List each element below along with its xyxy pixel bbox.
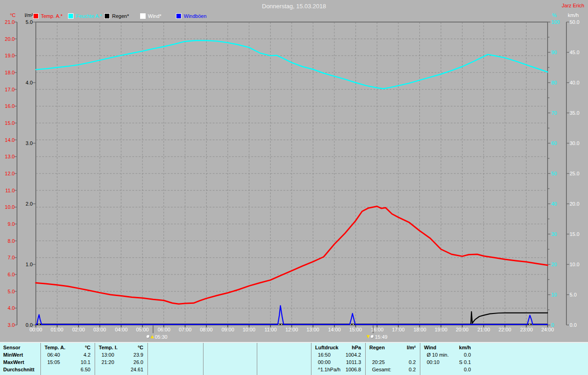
time-tick-label: 08:00 xyxy=(195,327,218,332)
table-cell-value: 0.0 xyxy=(464,352,471,358)
table-cell-time: ^1.1hPa/h xyxy=(318,367,340,372)
row-label-minwert: MinWert xyxy=(3,352,23,358)
time-tick-label: 17:00 xyxy=(387,327,410,332)
humidity-tick-label: 50 xyxy=(551,171,565,176)
time-tick-label: 13:00 xyxy=(301,327,324,332)
time-tick-label: 22:00 xyxy=(493,327,516,332)
time-tick-label: 21:00 xyxy=(472,327,495,332)
humidity-tick-label: 10 xyxy=(551,292,565,297)
section-title: Wind xyxy=(424,345,436,350)
row-label-maxwert: MaxWert xyxy=(3,359,24,365)
time-tick-label: 07:00 xyxy=(174,327,197,332)
section-unit: °C xyxy=(85,345,90,350)
moonrise-arrow-icon: ▲ xyxy=(151,335,154,339)
temp-tick-label: 13.0 xyxy=(0,154,15,159)
table-cell-time: 21:20 xyxy=(102,359,114,365)
humidity-tick-label: 80 xyxy=(551,80,565,85)
temp-tick-label: 10.0 xyxy=(0,204,15,210)
time-tick-label: 16:00 xyxy=(366,327,389,332)
wind-tick-label: 30.0 xyxy=(570,140,587,146)
row-label-sensor: Sensor xyxy=(3,345,20,350)
moonset-arrow-icon: ▼ xyxy=(367,335,370,339)
table-cell-time: 20:25 xyxy=(372,359,385,365)
temp-tick-label: 9.0 xyxy=(0,221,15,227)
time-tick-label: 10:00 xyxy=(237,327,260,332)
moonset-time: 15:49 xyxy=(375,334,388,340)
time-tick-label: 12:00 xyxy=(280,327,303,332)
table-cell-value: 1004.2 xyxy=(345,352,361,358)
section-unit: hPa xyxy=(352,345,361,350)
moon-icon xyxy=(147,335,150,338)
table-section-regen: Regenl/m²20:250.2Gesamt:0.2 xyxy=(365,343,420,375)
section-title: Temp. I. xyxy=(99,345,118,350)
temp-tick-label: 16.0 xyxy=(0,103,15,109)
table-cell-time: Gesamt: xyxy=(372,367,391,372)
temp-tick-label: 3.0 xyxy=(0,322,15,328)
table-cell-time: 16:50 xyxy=(318,352,331,358)
table-section-empty xyxy=(203,343,257,375)
temp-tick-label: 7.0 xyxy=(0,255,15,260)
temp-tick-label: 8.0 xyxy=(0,238,15,244)
moonrise-marker: ▲ 05:30 xyxy=(147,333,167,340)
table-cell-value: S 0.1 xyxy=(459,359,471,365)
temp-tick-label: 6.0 xyxy=(0,272,15,277)
humidity-tick-label: 30 xyxy=(551,231,565,237)
table-section-temp-i-: Temp. I.°C13:0023.921:2026.024.61 xyxy=(95,343,148,375)
humidity-tick-label: 20 xyxy=(551,262,565,267)
temp-tick-label: 15.0 xyxy=(0,120,15,126)
table-section-empty xyxy=(257,343,311,375)
temp-tick-label: 17.0 xyxy=(0,87,15,92)
table-cell-time: 15:05 xyxy=(47,359,60,365)
section-unit: km/h xyxy=(459,345,471,350)
time-tick-label: 01:00 xyxy=(45,327,68,332)
section-unit: l/m² xyxy=(407,345,416,350)
wind-tick-label: 40.0 xyxy=(570,80,587,85)
time-tick-label: 06:00 xyxy=(153,327,175,332)
rain-tick-label: 2.0 xyxy=(19,201,33,207)
time-tick-label: 24:00 xyxy=(536,327,559,332)
time-tick-label: 02:00 xyxy=(67,327,90,332)
time-tick-label: 14:00 xyxy=(323,327,346,332)
row-label-durchschnitt: Durchschnitt xyxy=(3,367,34,372)
wind-tick-label: 25.0 xyxy=(570,171,587,176)
temp-tick-label: 19.0 xyxy=(0,53,15,58)
table-cell-time: 00:10 xyxy=(427,359,440,365)
temp-tick-label: 4.0 xyxy=(0,305,15,311)
rain-tick-label: 5.0 xyxy=(19,19,33,25)
temp-tick-label: 11.0 xyxy=(0,188,15,193)
table-cell-time: 06:40 xyxy=(47,352,60,358)
humidity-tick-label: 90 xyxy=(551,50,565,55)
temp-tick-label: 5.0 xyxy=(0,289,15,294)
time-tick-label: 04:00 xyxy=(110,327,133,332)
humidity-tick-label: 60 xyxy=(551,140,565,146)
table-cell-value: 23.9 xyxy=(134,352,143,358)
time-tick-label: 11:00 xyxy=(259,327,282,332)
section-title: Regen xyxy=(369,345,385,350)
temp-tick-label: 12.0 xyxy=(0,171,15,176)
wind-tick-label: 45.0 xyxy=(570,50,587,55)
time-tick-label: 03:00 xyxy=(88,327,111,332)
wind-tick-label: 35.0 xyxy=(570,110,587,116)
wind-tick-label: 0.0 xyxy=(570,322,587,328)
section-title: Luftdruck xyxy=(315,345,339,350)
temp-tick-label: 21.0 xyxy=(0,19,15,25)
time-tick-label: 15:00 xyxy=(344,327,367,332)
moon-icon xyxy=(371,335,374,338)
wind-tick-label: 20.0 xyxy=(570,201,587,207)
summary-table: Sensor MinWert MaxWert Durchschnitt Temp… xyxy=(0,342,588,375)
table-section-luftdruck: LuftdruckhPa16:501004.200:001011.3^1.1hP… xyxy=(311,343,366,375)
time-tick-label: 05:00 xyxy=(131,327,154,332)
wind-tick-label: 10.0 xyxy=(570,262,587,267)
table-cell-value: 4.2 xyxy=(84,352,90,358)
table-section-temp-a-: Temp. A.°C06:404.215:0510.16.50 xyxy=(40,343,95,375)
table-section-empty xyxy=(147,343,204,375)
rain-tick-label: 4.0 xyxy=(19,80,33,85)
table-cell-value: 0.2 xyxy=(409,367,416,372)
wind-tick-label: 15.0 xyxy=(570,231,587,237)
section-unit: °C xyxy=(138,345,143,350)
table-cell-value: 10.1 xyxy=(81,359,90,365)
time-tick-label: 18:00 xyxy=(408,327,431,332)
table-cell-value: 0.2 xyxy=(409,359,416,365)
time-tick-label: 19:00 xyxy=(430,327,452,332)
temp-tick-label: 18.0 xyxy=(0,70,15,75)
